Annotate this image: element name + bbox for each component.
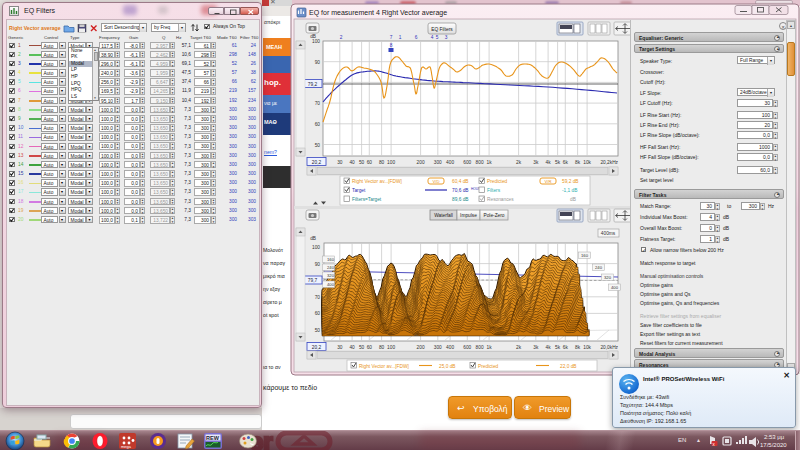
- svg-text:320: 320: [604, 275, 612, 280]
- svg-text:30: 30: [337, 345, 343, 350]
- svg-text:Right Vector av...[FDW]: Right Vector av...[FDW]: [359, 364, 409, 369]
- svg-text:1: 1: [399, 35, 402, 40]
- svg-text:6k: 6k: [563, 160, 569, 165]
- svg-text:6k: 6k: [563, 345, 569, 350]
- svg-text:160: 160: [581, 253, 589, 258]
- svg-text:80: 80: [379, 160, 385, 165]
- svg-text:50: 50: [315, 143, 321, 148]
- svg-text:1k: 1k: [487, 345, 493, 350]
- svg-text:400ms: 400ms: [601, 231, 616, 236]
- svg-text:40: 40: [349, 345, 355, 350]
- svg-text:4k: 4k: [546, 345, 552, 350]
- svg-text:Impulse: Impulse: [460, 213, 477, 218]
- svg-text:79,2: 79,2: [308, 82, 318, 87]
- svg-text:600: 600: [463, 345, 471, 350]
- svg-text:4k: 4k: [546, 160, 552, 165]
- svg-text:800: 800: [476, 345, 484, 350]
- svg-text:600: 600: [463, 160, 471, 165]
- svg-text:mega: mega: [121, 444, 132, 449]
- svg-text:4: 4: [431, 35, 434, 40]
- svg-text:300: 300: [434, 345, 442, 350]
- svg-text:400: 400: [611, 285, 619, 290]
- svg-text:7: 7: [390, 35, 393, 40]
- svg-text:70: 70: [315, 295, 321, 300]
- svg-text:2: 2: [340, 35, 343, 40]
- svg-text:60,4 dB: 60,4 dB: [452, 179, 469, 184]
- svg-text:100: 100: [387, 160, 395, 165]
- svg-text:200: 200: [417, 345, 425, 350]
- svg-text:REW: REW: [206, 435, 220, 441]
- svg-text:20,2: 20,2: [312, 345, 322, 350]
- svg-text:240: 240: [595, 265, 603, 270]
- svg-text:100: 100: [387, 345, 395, 350]
- svg-text:5k: 5k: [555, 345, 561, 350]
- svg-text:Predicted: Predicted: [487, 179, 508, 184]
- svg-text:400: 400: [446, 345, 454, 350]
- svg-text:V/R: V/R: [545, 179, 552, 184]
- svg-text:Right Vector av...[FDW]: Right Vector av...[FDW]: [352, 179, 402, 184]
- svg-text:50: 50: [359, 160, 365, 165]
- svg-text:50: 50: [359, 345, 365, 350]
- svg-text:8k: 8k: [575, 345, 581, 350]
- svg-text:8: 8: [390, 43, 393, 48]
- svg-text:25,0 dB: 25,0 dB: [439, 364, 456, 369]
- svg-text:8k: 8k: [575, 160, 581, 165]
- svg-text:60: 60: [367, 160, 373, 165]
- svg-text:50: 50: [315, 328, 321, 333]
- svg-text:3k: 3k: [533, 345, 539, 350]
- svg-text:3: 3: [445, 35, 448, 40]
- svg-text:100: 100: [312, 245, 320, 250]
- svg-text:320: 320: [327, 273, 335, 278]
- svg-text:160: 160: [327, 257, 335, 262]
- svg-text:dB: dB: [570, 197, 576, 202]
- svg-text:Waterfall: Waterfall: [434, 213, 453, 218]
- svg-text:Filters=Target: Filters=Target: [352, 197, 382, 202]
- svg-text:EQ for measurement 4 Right Vec: EQ for measurement 4 Right Vector averag…: [309, 9, 447, 17]
- svg-text:Filters: Filters: [487, 188, 501, 193]
- svg-text:60: 60: [315, 311, 321, 316]
- svg-text:60: 60: [315, 122, 321, 127]
- svg-text:1k: 1k: [487, 160, 493, 165]
- svg-text:100: 100: [312, 39, 320, 44]
- svg-text:6: 6: [415, 35, 418, 40]
- svg-text:Target: Target: [352, 188, 366, 193]
- svg-text:Predicted: Predicted: [478, 364, 499, 369]
- svg-text:2k: 2k: [516, 345, 522, 350]
- svg-text:10k: 10k: [583, 345, 591, 350]
- svg-text:22,0 dB: 22,0 dB: [560, 364, 577, 369]
- svg-text:3k: 3k: [533, 160, 539, 165]
- svg-text:90: 90: [315, 262, 321, 267]
- svg-text:10k: 10k: [583, 160, 591, 165]
- svg-text:-1,1 dB: -1,1 dB: [562, 188, 577, 193]
- svg-text:70: 70: [315, 101, 321, 106]
- svg-text:240: 240: [327, 265, 335, 270]
- svg-text:V/D: V/D: [433, 179, 440, 184]
- svg-text:20,2kHz: 20,2kHz: [600, 160, 618, 165]
- svg-text:59,2 dB: 59,2 dB: [562, 179, 579, 184]
- svg-text:60: 60: [367, 345, 373, 350]
- svg-text:300: 300: [434, 160, 442, 165]
- svg-text:dB: dB: [310, 236, 316, 241]
- svg-text:79,7: 79,7: [308, 278, 318, 283]
- svg-text:20,0kHz: 20,0kHz: [600, 345, 618, 350]
- svg-text:80: 80: [379, 345, 385, 350]
- svg-text:90: 90: [315, 60, 321, 65]
- svg-text:40: 40: [349, 160, 355, 165]
- svg-text:200: 200: [417, 160, 425, 165]
- svg-text:20,2: 20,2: [312, 160, 322, 165]
- svg-text:Pole-Zero: Pole-Zero: [483, 213, 504, 218]
- svg-text:400: 400: [446, 160, 454, 165]
- svg-text:30: 30: [337, 160, 343, 165]
- svg-text:EQ Filters: EQ Filters: [431, 27, 453, 32]
- svg-text:89,6 dB: 89,6 dB: [452, 197, 469, 202]
- svg-text:5: 5: [436, 35, 439, 40]
- svg-text:400: 400: [327, 282, 335, 287]
- svg-text:Resonances: Resonances: [487, 197, 514, 202]
- svg-text:5k: 5k: [555, 160, 561, 165]
- svg-text:70,6 dB: 70,6 dB: [452, 188, 469, 193]
- svg-text:800: 800: [476, 160, 484, 165]
- svg-text:2k: 2k: [516, 160, 522, 165]
